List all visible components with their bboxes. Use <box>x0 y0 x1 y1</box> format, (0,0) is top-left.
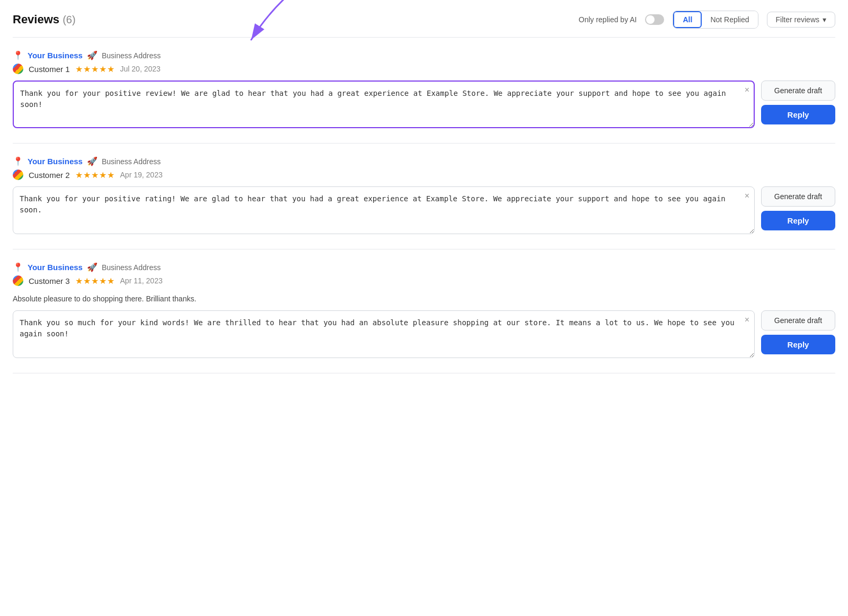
review-card-1: 📍 Your Business 🚀 Business Address Custo… <box>13 50 835 144</box>
customer-name-1: Customer 1 <box>29 65 70 74</box>
reply-area-2: Thank you for your positive rating! We a… <box>13 186 835 236</box>
page-header: Reviews (6) Only replied by AI All Not R… <box>13 11 835 38</box>
review-card-2: 📍 Your Business 🚀 Business Address Custo… <box>13 156 835 249</box>
reply-actions-2: Generate draft Reply <box>761 186 835 230</box>
reply-area-3: Thank you so much for your kind words! W… <box>13 310 835 360</box>
reply-button-2[interactable]: Reply <box>761 211 835 230</box>
stars-1: ★★★★★ <box>75 64 115 74</box>
stars-3: ★★★★★ <box>75 276 115 286</box>
business-name-1: Your Business <box>28 51 83 60</box>
review-text-3: Absolute pleasure to do shopping there. … <box>13 292 835 305</box>
customer-name-2: Customer 2 <box>29 171 70 180</box>
business-row-2: 📍 Your Business 🚀 Business Address <box>13 156 835 166</box>
generate-draft-button-1[interactable]: Generate draft <box>761 81 835 101</box>
clear-reply-button-3[interactable]: × <box>745 316 749 324</box>
page-title: Reviews (6) <box>13 13 76 26</box>
review-date-1: Jul 20, 2023 <box>120 65 161 73</box>
location-pin-icon-3: 📍 <box>13 262 23 272</box>
reply-textarea-wrapper-3: Thank you so much for your kind words! W… <box>13 310 755 360</box>
customer-row-1: Customer 1 ★★★★★ Jul 20, 2023 <box>13 64 835 74</box>
reply-button-1[interactable]: Reply <box>761 105 835 124</box>
google-icon-3 <box>13 275 23 286</box>
reply-textarea-2[interactable]: Thank you for your positive rating! We a… <box>13 186 755 234</box>
location-pin-icon-2: 📍 <box>13 156 23 166</box>
generate-draft-button-3[interactable]: Generate draft <box>761 310 835 331</box>
business-address-3: Business Address <box>102 263 161 272</box>
generate-draft-button-2[interactable]: Generate draft <box>761 186 835 207</box>
filter-reviews-button[interactable]: Filter reviews ▾ <box>767 12 835 28</box>
chevron-down-icon: ▾ <box>823 15 826 24</box>
only-replied-label: Only replied by AI <box>579 15 637 24</box>
reply-textarea-wrapper-2: Thank you for your positive rating! We a… <box>13 186 755 236</box>
reply-actions-1: Generate draft Reply <box>761 81 835 124</box>
google-icon-1 <box>13 64 23 74</box>
business-address-2: Business Address <box>102 157 161 166</box>
rocket-icon-3: 🚀 <box>87 262 98 272</box>
location-pin-icon: 📍 <box>13 50 23 60</box>
reply-button-3[interactable]: Reply <box>761 335 835 354</box>
rocket-icon-2: 🚀 <box>87 156 98 166</box>
business-address-1: Business Address <box>102 51 161 60</box>
only-replied-toggle[interactable] <box>645 14 664 25</box>
business-name-3: Your Business <box>28 263 83 272</box>
reply-actions-3: Generate draft Reply <box>761 310 835 354</box>
business-row-3: 📍 Your Business 🚀 Business Address <box>13 262 835 272</box>
tab-all[interactable]: All <box>673 11 702 28</box>
reply-textarea-3[interactable]: Thank you so much for your kind words! W… <box>13 310 755 358</box>
customer-row-3: Customer 3 ★★★★★ Apr 11, 2023 <box>13 275 835 286</box>
business-name-2: Your Business <box>28 157 83 166</box>
reply-area-1: Thank you for your positive review! We a… <box>13 81 835 130</box>
business-row-1: 📍 Your Business 🚀 Business Address <box>13 50 835 60</box>
rocket-icon-1: 🚀 <box>87 50 98 60</box>
filter-tabs: All Not Replied <box>673 11 758 29</box>
reply-textarea-wrapper-1: Thank you for your positive review! We a… <box>13 81 755 130</box>
clear-reply-button-1[interactable]: × <box>745 86 749 94</box>
customer-name-3: Customer 3 <box>29 276 70 285</box>
review-card-3: 📍 Your Business 🚀 Business Address Custo… <box>13 262 835 373</box>
review-date-2: Apr 19, 2023 <box>120 171 163 179</box>
reply-textarea-1[interactable]: Thank you for your positive review! We a… <box>13 81 755 128</box>
customer-row-2: Customer 2 ★★★★★ Apr 19, 2023 <box>13 169 835 180</box>
review-date-3: Apr 11, 2023 <box>120 276 163 285</box>
clear-reply-button-2[interactable]: × <box>745 192 749 200</box>
header-controls: Only replied by AI All Not Replied Filte… <box>579 11 835 29</box>
stars-2: ★★★★★ <box>75 170 115 180</box>
google-icon-2 <box>13 169 23 180</box>
tab-not-replied[interactable]: Not Replied <box>702 11 757 28</box>
reviews-list: 📍 Your Business 🚀 Business Address Custo… <box>13 50 835 373</box>
